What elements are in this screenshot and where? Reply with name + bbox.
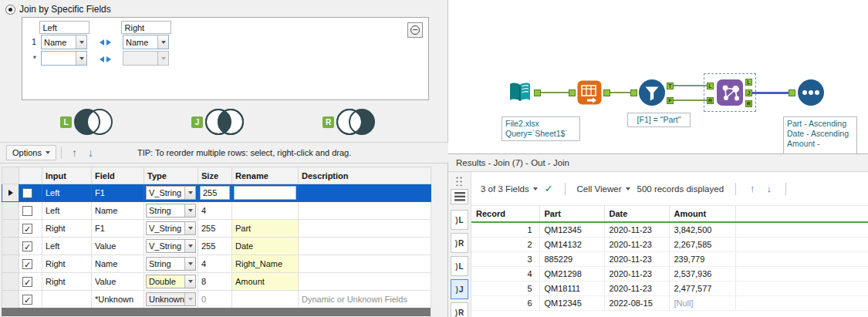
field-checkbox[interactable]: ✓: [22, 295, 32, 305]
rename-cell[interactable]: Part: [232, 220, 299, 238]
field-checkbox[interactable]: ✓: [22, 206, 32, 216]
dropdown-button[interactable]: [157, 52, 168, 65]
horizontal-scrollbar[interactable]: [2, 308, 431, 316]
join-right-output-anchor[interactable]: R: [745, 100, 752, 107]
options-menu-button[interactable]: Options: [6, 145, 56, 160]
table-row[interactable]: ✓ Left Value V_String 255 Date: [2, 238, 431, 255]
result-row[interactable]: 3 885229 2020-11-23 239,779: [471, 251, 868, 266]
anchor-button-right-output[interactable]: )R: [451, 302, 468, 317]
result-row[interactable]: 5 QM18111 2020-11-23 2,477,577: [471, 281, 868, 295]
dropdown-button[interactable]: [184, 187, 195, 199]
swap-left-arrow-icon[interactable]: [100, 56, 104, 62]
dropdown-button[interactable]: [76, 52, 86, 65]
select-input-anchor[interactable]: [569, 89, 576, 96]
join-join-output-anchor[interactable]: J: [745, 89, 752, 96]
swap-right-arrow-icon[interactable]: [106, 56, 111, 62]
scroll-up-button[interactable]: ↑: [748, 183, 758, 194]
field-checkbox[interactable]: ✓: [22, 188, 32, 198]
column-header-part[interactable]: Part: [539, 206, 604, 222]
column-header-input[interactable]: Input: [42, 167, 92, 184]
cell-viewer-dropdown[interactable]: Cell Viewer: [577, 184, 630, 194]
result-row[interactable]: 1 QM12345 2020-11-23 3,842,500: [471, 222, 868, 237]
dropdown-button[interactable]: [184, 204, 195, 217]
column-header-type[interactable]: Type: [144, 167, 198, 184]
join-tool-icon[interactable]: [715, 78, 745, 107]
dropdown-button[interactable]: [184, 240, 195, 252]
dropdown-button[interactable]: [184, 275, 195, 288]
column-header-date[interactable]: Date: [604, 206, 669, 222]
field-checkbox[interactable]: ✓: [22, 224, 32, 234]
filter-false-output-anchor[interactable]: F: [667, 97, 674, 104]
table-row[interactable]: ✓ Right F1 V_String 255 Part: [2, 220, 431, 238]
data-view-button[interactable]: [451, 189, 468, 204]
input-data-tool-icon[interactable]: [507, 79, 533, 106]
table-row[interactable]: ✓ Left Name String 4: [2, 202, 431, 220]
rename-cell[interactable]: [232, 291, 299, 309]
table-row[interactable]: ✓ Left F1 V_String 255: [2, 184, 431, 202]
filter-true-output-anchor[interactable]: T: [667, 83, 674, 89]
swap-right-arrow-icon[interactable]: [106, 39, 111, 46]
table-row[interactable]: ✓ Right Name String 4 Right_Name: [2, 255, 431, 273]
select-output-anchor[interactable]: [603, 89, 610, 96]
swap-left-arrow-icon[interactable]: [100, 39, 104, 46]
anchor-button-right-input[interactable]: )R: [451, 233, 468, 253]
table-row[interactable]: ✓ *Unknown Unknown 0 Dynamic or Unknown …: [2, 291, 431, 309]
type-dropdown[interactable]: Unknown: [146, 292, 196, 306]
input-output-anchor[interactable]: [534, 89, 541, 96]
rename-cell[interactable]: Amount: [232, 273, 299, 291]
left-join-field-dropdown[interactable]: [41, 51, 87, 66]
join-left-output-anchor[interactable]: L: [745, 79, 752, 86]
select-records-tool-icon[interactable]: [576, 79, 603, 106]
anchor-button-left-input[interactable]: )L: [451, 210, 468, 230]
move-row-up-button[interactable]: ↑: [66, 147, 83, 159]
scroll-down-button[interactable]: ↓: [765, 183, 775, 194]
type-dropdown[interactable]: String: [146, 257, 196, 271]
result-row[interactable]: 2 QM14132 2020-11-23 2,267,585: [471, 237, 868, 251]
type-dropdown[interactable]: Double: [146, 275, 196, 288]
filter-annotation[interactable]: [F1] = "Part": [627, 113, 691, 127]
workflow-canvas[interactable]: T F L R L J R File2.xlsx Query=`Sheet1$`…: [449, 0, 868, 153]
result-row[interactable]: 4 QM21298 2020-11-23 2,537,936: [471, 266, 868, 281]
rename-field[interactable]: [234, 186, 296, 200]
dropdown-button[interactable]: [184, 293, 195, 305]
type-dropdown[interactable]: V_String: [146, 186, 196, 200]
rename-cell[interactable]: [232, 202, 299, 220]
apply-check-icon[interactable]: ✓: [545, 183, 553, 194]
remove-join-row-button[interactable]: [407, 22, 423, 38]
dropdown-button[interactable]: [184, 222, 195, 234]
move-row-down-button[interactable]: ↓: [83, 147, 99, 159]
filter-input-anchor[interactable]: [630, 89, 637, 96]
field-checkbox[interactable]: ✓: [22, 241, 32, 251]
filter-tool-icon[interactable]: [638, 79, 666, 106]
column-header-rename[interactable]: Rename: [232, 167, 299, 184]
field-checkbox[interactable]: ✓: [22, 277, 32, 287]
column-header-amount[interactable]: Amount: [669, 206, 735, 222]
sort-annotation[interactable]: Part - Ascending Date - Ascending Amount…: [783, 116, 857, 158]
type-dropdown[interactable]: V_String: [146, 221, 196, 235]
join-right-input-anchor[interactable]: R: [707, 97, 714, 104]
right-join-field-dropdown[interactable]: Name: [123, 35, 169, 49]
dropdown-button[interactable]: [76, 35, 86, 49]
sort-input-anchor[interactable]: [789, 89, 795, 96]
size-field[interactable]: 255: [200, 186, 230, 200]
dropdown-button[interactable]: [184, 258, 195, 270]
anchor-button-left-output[interactable]: )L: [451, 256, 468, 276]
result-row[interactable]: 6 QM12345 2022-08-15 [Null]: [471, 295, 868, 310]
fields-dropdown[interactable]: 3 of 3 Fields: [481, 184, 538, 194]
column-header-record[interactable]: Record: [471, 206, 539, 222]
table-row[interactable]: ✓ Right Value Double 8 Amount: [2, 273, 431, 291]
input-annotation[interactable]: File2.xlsx Query=`Sheet1$`: [502, 116, 580, 141]
column-header-field[interactable]: Field: [92, 167, 144, 184]
join-by-fields-radio[interactable]: [5, 5, 15, 15]
right-join-field-dropdown[interactable]: [123, 51, 169, 66]
column-header-description[interactable]: Description: [299, 167, 431, 184]
column-header-size[interactable]: Size: [198, 167, 232, 184]
sort-tool-icon[interactable]: [797, 79, 825, 106]
rename-cell[interactable]: Date: [232, 238, 299, 255]
left-join-field-dropdown[interactable]: Name: [41, 35, 87, 49]
dropdown-button[interactable]: [157, 35, 168, 49]
rename-cell[interactable]: Right_Name: [232, 255, 299, 273]
type-dropdown[interactable]: String: [146, 204, 196, 218]
anchor-button-join-output[interactable]: )J: [451, 279, 468, 299]
drag-grip-icon[interactable]: [455, 176, 464, 186]
